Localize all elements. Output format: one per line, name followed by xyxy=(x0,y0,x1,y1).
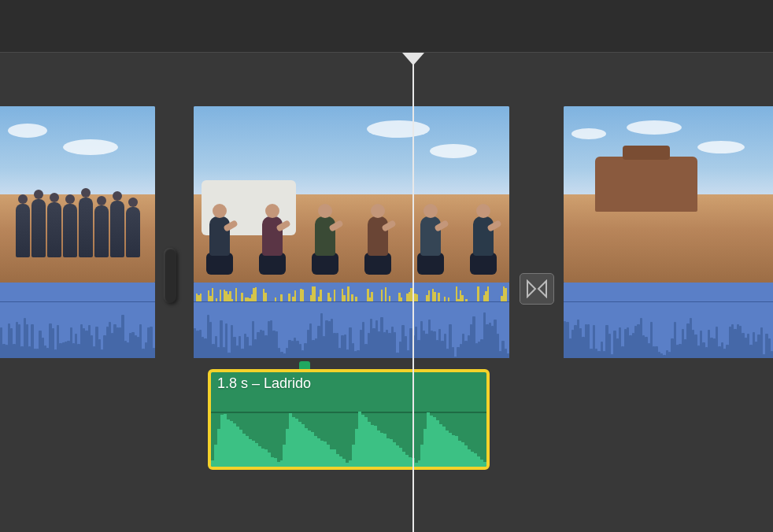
clip-audio-waveform[interactable] xyxy=(564,283,773,358)
sfx-label: 1.8 s – Ladrido xyxy=(217,375,311,392)
timeline[interactable]: 1.8 s – Ladrido xyxy=(0,53,773,532)
playhead-line[interactable] xyxy=(412,64,414,532)
clip-thumbnail xyxy=(194,106,509,283)
video-clip[interactable] xyxy=(0,106,155,358)
clip-edge-handle[interactable] xyxy=(164,248,176,303)
clip-audio-waveform[interactable] xyxy=(0,283,155,358)
cross-dissolve-icon xyxy=(526,279,548,298)
playhead-marker-icon[interactable] xyxy=(402,53,424,65)
video-clip[interactable] xyxy=(194,106,509,358)
transition-icon[interactable] xyxy=(520,273,554,305)
video-clip[interactable] xyxy=(564,106,773,358)
toolbar xyxy=(0,0,773,53)
video-track xyxy=(0,106,773,358)
sfx-waveform xyxy=(211,410,486,467)
clip-audio-waveform[interactable] xyxy=(194,283,509,358)
sound-effect-clip[interactable]: 1.8 s – Ladrido xyxy=(208,369,490,470)
clip-thumbnail xyxy=(564,106,773,283)
clip-thumbnail xyxy=(0,106,155,283)
